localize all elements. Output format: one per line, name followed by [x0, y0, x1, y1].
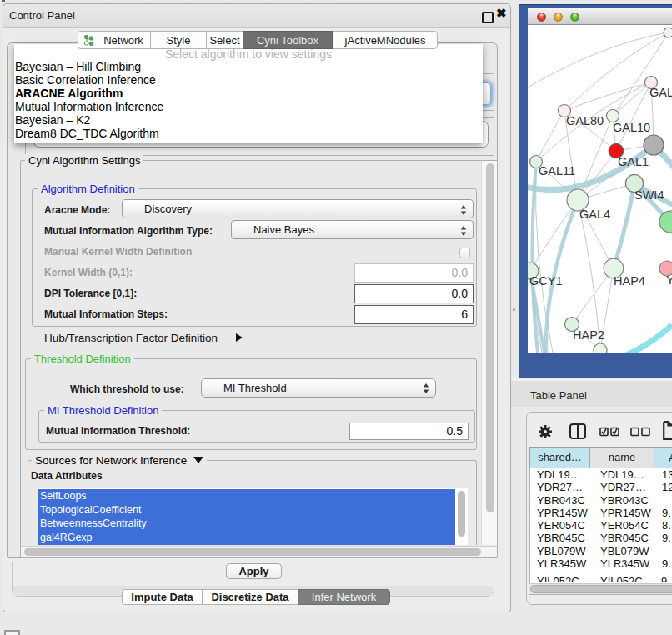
svg-text:HAP2: HAP2 [573, 328, 604, 342]
svg-text:GAL11: GAL11 [539, 164, 575, 178]
svg-text:Y: Y [666, 273, 672, 287]
svg-text:GAL4: GAL4 [579, 208, 610, 221]
svg-text:GAL1: GAL1 [618, 155, 649, 168]
svg-text:GAL80: GAL80 [566, 114, 604, 128]
svg-text:HAP4: HAP4 [614, 274, 645, 288]
svg-text:GCY1: GCY1 [529, 274, 563, 288]
svg-text:GAL2: GAL2 [649, 86, 672, 99]
svg-text:GAL10: GAL10 [613, 121, 650, 134]
svg-text:SWI4: SWI4 [634, 188, 664, 202]
